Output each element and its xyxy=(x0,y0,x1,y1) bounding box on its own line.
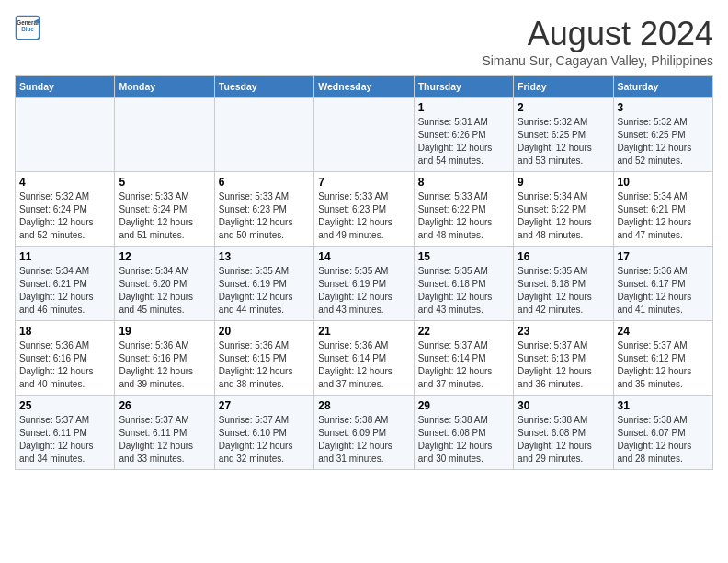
calendar-cell: 25Sunrise: 5:37 AM Sunset: 6:11 PM Dayli… xyxy=(16,396,115,470)
day-number: 21 xyxy=(318,325,409,338)
day-info: Sunrise: 5:33 AM Sunset: 6:24 PM Dayligh… xyxy=(119,191,193,240)
calendar-cell: 23Sunrise: 5:37 AM Sunset: 6:13 PM Dayli… xyxy=(514,321,613,396)
calendar-cell: 21Sunrise: 5:36 AM Sunset: 6:14 PM Dayli… xyxy=(314,321,414,396)
day-info: Sunrise: 5:34 AM Sunset: 6:21 PM Dayligh… xyxy=(19,266,94,315)
calendar-cell: 9Sunrise: 5:34 AM Sunset: 6:22 PM Daylig… xyxy=(514,172,613,247)
day-header-saturday: Saturday xyxy=(613,76,712,98)
day-number: 23 xyxy=(518,325,609,338)
day-number: 18 xyxy=(19,325,110,338)
day-info: Sunrise: 5:38 AM Sunset: 6:08 PM Dayligh… xyxy=(418,415,493,464)
day-number: 4 xyxy=(19,176,110,189)
calendar-cell xyxy=(314,98,414,172)
calendar-cell: 15Sunrise: 5:35 AM Sunset: 6:18 PM Dayli… xyxy=(414,247,513,321)
day-info: Sunrise: 5:32 AM Sunset: 6:25 PM Dayligh… xyxy=(618,117,692,166)
calendar-cell: 29Sunrise: 5:38 AM Sunset: 6:08 PM Dayli… xyxy=(414,396,513,470)
header-row: SundayMondayTuesdayWednesdayThursdayFrid… xyxy=(16,76,713,98)
day-info: Sunrise: 5:37 AM Sunset: 6:12 PM Dayligh… xyxy=(618,340,692,389)
day-number: 26 xyxy=(119,399,210,412)
calendar-cell: 27Sunrise: 5:37 AM Sunset: 6:10 PM Dayli… xyxy=(214,396,313,470)
day-info: Sunrise: 5:31 AM Sunset: 6:26 PM Dayligh… xyxy=(418,117,493,166)
day-info: Sunrise: 5:37 AM Sunset: 6:10 PM Dayligh… xyxy=(219,415,293,464)
day-info: Sunrise: 5:35 AM Sunset: 6:18 PM Dayligh… xyxy=(418,266,493,315)
day-info: Sunrise: 5:37 AM Sunset: 6:14 PM Dayligh… xyxy=(418,340,493,389)
calendar-cell: 4Sunrise: 5:32 AM Sunset: 6:24 PM Daylig… xyxy=(16,172,115,247)
logo: General Blue xyxy=(15,15,40,40)
day-number: 14 xyxy=(318,250,409,263)
page-title: August 2024 xyxy=(482,15,713,53)
day-number: 29 xyxy=(418,399,509,412)
calendar-cell: 11Sunrise: 5:34 AM Sunset: 6:21 PM Dayli… xyxy=(16,247,115,321)
day-number: 10 xyxy=(618,176,709,189)
day-header-sunday: Sunday xyxy=(16,76,115,98)
day-number: 31 xyxy=(618,399,709,412)
day-number: 16 xyxy=(518,250,609,263)
day-header-friday: Friday xyxy=(514,76,613,98)
day-info: Sunrise: 5:38 AM Sunset: 6:07 PM Dayligh… xyxy=(618,415,692,464)
week-row-3: 11Sunrise: 5:34 AM Sunset: 6:21 PM Dayli… xyxy=(16,247,713,321)
calendar-cell: 17Sunrise: 5:36 AM Sunset: 6:17 PM Dayli… xyxy=(613,247,712,321)
day-number: 6 xyxy=(219,176,310,189)
calendar-cell: 6Sunrise: 5:33 AM Sunset: 6:23 PM Daylig… xyxy=(214,172,313,247)
calendar-cell: 1Sunrise: 5:31 AM Sunset: 6:26 PM Daylig… xyxy=(414,98,513,172)
day-info: Sunrise: 5:37 AM Sunset: 6:11 PM Dayligh… xyxy=(119,415,193,464)
logo-icon: General Blue xyxy=(15,15,40,40)
day-number: 17 xyxy=(618,250,709,263)
week-row-2: 4Sunrise: 5:32 AM Sunset: 6:24 PM Daylig… xyxy=(16,172,713,247)
day-info: Sunrise: 5:36 AM Sunset: 6:16 PM Dayligh… xyxy=(119,340,193,389)
day-info: Sunrise: 5:35 AM Sunset: 6:19 PM Dayligh… xyxy=(219,266,293,315)
day-info: Sunrise: 5:36 AM Sunset: 6:14 PM Dayligh… xyxy=(318,340,392,389)
calendar-cell: 30Sunrise: 5:38 AM Sunset: 6:08 PM Dayli… xyxy=(514,396,613,470)
day-info: Sunrise: 5:34 AM Sunset: 6:22 PM Dayligh… xyxy=(518,191,592,240)
calendar-cell: 14Sunrise: 5:35 AM Sunset: 6:19 PM Dayli… xyxy=(314,247,414,321)
calendar-cell xyxy=(16,98,115,172)
day-info: Sunrise: 5:36 AM Sunset: 6:17 PM Dayligh… xyxy=(618,266,692,315)
calendar-cell: 2Sunrise: 5:32 AM Sunset: 6:25 PM Daylig… xyxy=(514,98,613,172)
day-number: 13 xyxy=(219,250,310,263)
title-area: August 2024 Simanu Sur, Cagayan Valley, … xyxy=(482,15,713,68)
day-header-tuesday: Tuesday xyxy=(214,76,313,98)
calendar-cell: 18Sunrise: 5:36 AM Sunset: 6:16 PM Dayli… xyxy=(16,321,115,396)
day-info: Sunrise: 5:32 AM Sunset: 6:24 PM Dayligh… xyxy=(19,191,94,240)
calendar-cell: 28Sunrise: 5:38 AM Sunset: 6:09 PM Dayli… xyxy=(314,396,414,470)
day-info: Sunrise: 5:32 AM Sunset: 6:25 PM Dayligh… xyxy=(518,117,592,166)
day-info: Sunrise: 5:37 AM Sunset: 6:11 PM Dayligh… xyxy=(19,415,94,464)
svg-text:Blue: Blue xyxy=(21,26,34,32)
day-number: 7 xyxy=(318,176,409,189)
calendar-cell: 5Sunrise: 5:33 AM Sunset: 6:24 PM Daylig… xyxy=(115,172,214,247)
calendar-cell: 20Sunrise: 5:36 AM Sunset: 6:15 PM Dayli… xyxy=(214,321,313,396)
day-info: Sunrise: 5:38 AM Sunset: 6:08 PM Dayligh… xyxy=(518,415,592,464)
week-row-4: 18Sunrise: 5:36 AM Sunset: 6:16 PM Dayli… xyxy=(16,321,713,396)
day-info: Sunrise: 5:34 AM Sunset: 6:21 PM Dayligh… xyxy=(618,191,692,240)
page-subtitle: Simanu Sur, Cagayan Valley, Philippines xyxy=(482,53,713,68)
day-info: Sunrise: 5:36 AM Sunset: 6:16 PM Dayligh… xyxy=(19,340,94,389)
day-header-thursday: Thursday xyxy=(414,76,513,98)
day-header-monday: Monday xyxy=(115,76,214,98)
calendar-cell xyxy=(115,98,214,172)
header: General Blue August 2024 Simanu Sur, Cag… xyxy=(15,15,713,68)
day-info: Sunrise: 5:33 AM Sunset: 6:23 PM Dayligh… xyxy=(318,191,392,240)
day-info: Sunrise: 5:33 AM Sunset: 6:22 PM Dayligh… xyxy=(418,191,493,240)
day-info: Sunrise: 5:36 AM Sunset: 6:15 PM Dayligh… xyxy=(219,340,293,389)
day-number: 8 xyxy=(418,176,509,189)
day-number: 24 xyxy=(618,325,709,338)
day-info: Sunrise: 5:34 AM Sunset: 6:20 PM Dayligh… xyxy=(119,266,193,315)
calendar-cell: 12Sunrise: 5:34 AM Sunset: 6:20 PM Dayli… xyxy=(115,247,214,321)
calendar-cell: 24Sunrise: 5:37 AM Sunset: 6:12 PM Dayli… xyxy=(613,321,712,396)
calendar-cell: 3Sunrise: 5:32 AM Sunset: 6:25 PM Daylig… xyxy=(613,98,712,172)
day-number: 19 xyxy=(119,325,210,338)
day-info: Sunrise: 5:35 AM Sunset: 6:18 PM Dayligh… xyxy=(518,266,592,315)
calendar-cell: 7Sunrise: 5:33 AM Sunset: 6:23 PM Daylig… xyxy=(314,172,414,247)
day-header-wednesday: Wednesday xyxy=(314,76,414,98)
calendar-table: SundayMondayTuesdayWednesdayThursdayFrid… xyxy=(15,75,713,470)
day-number: 11 xyxy=(19,250,110,263)
day-info: Sunrise: 5:38 AM Sunset: 6:09 PM Dayligh… xyxy=(318,415,392,464)
calendar-cell: 10Sunrise: 5:34 AM Sunset: 6:21 PM Dayli… xyxy=(613,172,712,247)
svg-text:General: General xyxy=(17,19,39,26)
day-number: 12 xyxy=(119,250,210,263)
day-number: 1 xyxy=(418,101,509,114)
calendar-cell: 8Sunrise: 5:33 AM Sunset: 6:22 PM Daylig… xyxy=(414,172,513,247)
week-row-5: 25Sunrise: 5:37 AM Sunset: 6:11 PM Dayli… xyxy=(16,396,713,470)
day-info: Sunrise: 5:37 AM Sunset: 6:13 PM Dayligh… xyxy=(518,340,592,389)
week-row-1: 1Sunrise: 5:31 AM Sunset: 6:26 PM Daylig… xyxy=(16,98,713,172)
day-number: 9 xyxy=(518,176,609,189)
